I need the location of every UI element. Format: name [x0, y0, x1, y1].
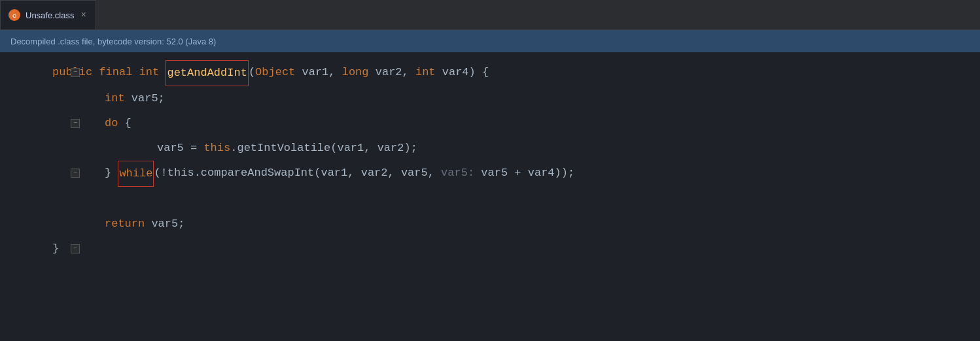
code-line-5: − } while (!this.compareAndSwapInt(var1,… [52, 161, 980, 187]
fold-icon-8[interactable]: − [71, 244, 80, 253]
tab-file-icon: C [9, 9, 20, 21]
token-do: do [105, 111, 118, 136]
code-line-3: − do { [52, 111, 980, 136]
token-int-return: int [139, 60, 166, 85]
token-int-var5: int [105, 86, 125, 111]
token-type-int: int [415, 60, 436, 85]
fold-icon-5[interactable]: − [71, 169, 80, 178]
token-var2: var2, [369, 60, 415, 85]
token-compare-and-swap: (!this.compareAndSwapInt(var1, var2, var… [154, 161, 441, 186]
token-this-1: this [203, 136, 230, 161]
code-line-4: var5 = this .getIntVolatile(var1, var2); [52, 136, 980, 161]
token-var1: var1, [295, 60, 341, 85]
gutter-3: − [52, 111, 98, 136]
gutter-8: − [52, 236, 98, 261]
token-do-brace: { [118, 111, 131, 136]
fold-icon-3[interactable]: − [71, 119, 80, 128]
fold-icon-1[interactable]: − [71, 68, 80, 77]
token-type-object: Object [255, 60, 295, 85]
token-var5-decl: var5; [125, 86, 165, 111]
token-type-long: long [342, 60, 369, 85]
token-var5-assign: var5 = [157, 136, 203, 161]
tab-bar: C Unsafe.class × [0, 0, 980, 30]
token-var4: var4) { [436, 60, 489, 85]
gutter-2 [52, 86, 98, 111]
token-return-var5: var5; [145, 212, 184, 236]
token-return: return [105, 212, 145, 236]
code-area: − public final int getAndAddInt ( Object… [0, 52, 980, 341]
gutter-1: − [52, 60, 98, 85]
tab-close-button[interactable]: × [79, 8, 87, 22]
token-get-int-volatile: .getIntVolatile(var1, var2); [230, 136, 417, 161]
info-bar: Decompiled .class file, bytecode version… [0, 30, 980, 52]
token-paren-open: ( [249, 60, 255, 85]
code-line-1: − public final int getAndAddInt ( Object… [52, 60, 980, 86]
gutter-5: − [52, 161, 98, 186]
token-var5-plus-var4: var5 + var4)); [481, 161, 574, 186]
code-line-7: return var5; [52, 212, 980, 236]
code-line-2: int var5; [52, 86, 980, 111]
code-line-8: − } [52, 236, 980, 261]
code-content: − public final int getAndAddInt ( Object… [0, 52, 980, 269]
token-close-brace: } [105, 161, 118, 186]
token-method-name: getAndAddInt [166, 60, 248, 86]
gutter-7 [52, 212, 98, 236]
token-var5-hint: var5: [441, 161, 481, 186]
code-line-6 [52, 187, 980, 212]
token-final: final [99, 60, 139, 85]
tab-unsafe-class[interactable]: C Unsafe.class × [0, 0, 96, 29]
tab-label: Unsafe.class [26, 10, 74, 20]
gutter-4 [52, 136, 98, 161]
svg-text:C: C [12, 13, 16, 19]
token-while: while [118, 161, 154, 187]
info-bar-text: Decompiled .class file, bytecode version… [10, 37, 216, 46]
